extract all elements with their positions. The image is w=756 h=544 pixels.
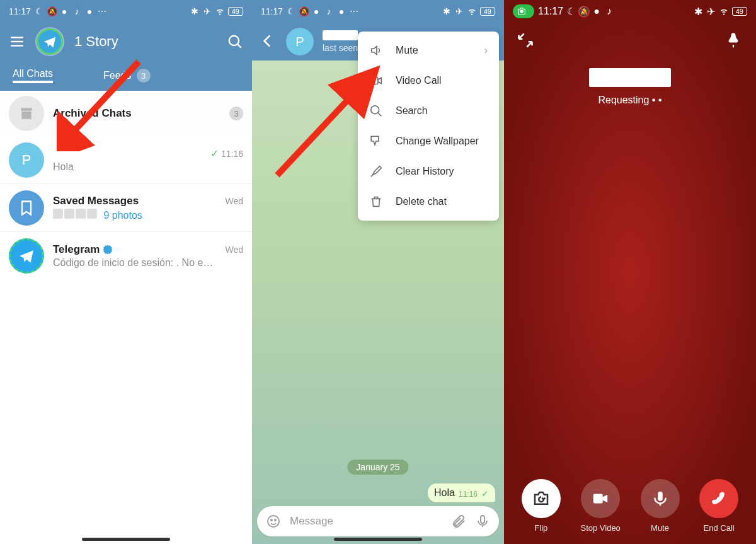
nav-icon: ✈ — [455, 7, 464, 16]
status-bar: 11:17 ☾ 🔕 ● ♪ ✱ ✈ 49 — [504, 0, 756, 23]
bluetooth-icon: ✱ — [442, 7, 451, 16]
menu-clear-history[interactable]: Clear History — [358, 156, 499, 187]
home-indicator[interactable] — [334, 538, 422, 541]
battery-icon: 49 — [732, 7, 747, 16]
menu-delete-chat[interactable]: Delete chat — [358, 187, 499, 217]
caller-name-redacted — [589, 68, 671, 87]
mute-bell-icon: 🔕 — [580, 7, 588, 16]
archived-count: 3 — [229, 107, 243, 120]
svg-point-3 — [229, 36, 239, 45]
reddit-icon: ● — [60, 7, 69, 16]
attach-button[interactable] — [451, 514, 466, 529]
chat-row-p[interactable]: P ✓ 11:16 Hola — [0, 136, 252, 184]
flip-camera-button[interactable]: Flip — [522, 479, 561, 533]
moon-icon: ☾ — [567, 7, 576, 16]
battery-icon: 49 — [480, 7, 495, 16]
photo-thumbs — [53, 209, 97, 219]
add-participant-button[interactable] — [724, 32, 743, 50]
avatar — [9, 190, 44, 226]
verified-icon — [103, 245, 113, 255]
archive-icon — [9, 96, 44, 131]
tiktok-icon: ♪ — [605, 7, 614, 16]
menu-search[interactable]: Search — [358, 96, 499, 126]
trash-icon — [369, 195, 383, 209]
bluetooth-icon: ✱ — [694, 7, 703, 16]
emoji-button[interactable] — [266, 514, 281, 529]
status-bar: 11:17 ☾ 🔕 ● ♪ ● ⋯ ✱ ✈ 49 — [252, 0, 504, 23]
message-input[interactable]: Message — [290, 515, 442, 528]
tab-feeds[interactable]: Feeds 3 — [103, 69, 150, 83]
cloud-icon: ● — [85, 7, 94, 16]
svg-point-14 — [275, 519, 276, 521]
chat-screen: 11:17 ☾ 🔕 ● ♪ ● ⋯ ✱ ✈ 49 P — [252, 0, 504, 544]
chat-list-screen: 11:17 ☾ 🔕 ● ♪ ● ⋯ ✱ ✈ 49 — [0, 0, 252, 544]
svg-line-9 — [378, 113, 382, 117]
menu-change-wallpaper[interactable]: Change Wallpaper — [358, 126, 499, 156]
chat-row-telegram[interactable]: Telegram Wed Código de inicio de sesión:… — [0, 232, 252, 280]
menu-mute[interactable]: Mute › — [358, 35, 499, 66]
date-chip: January 25 — [347, 460, 408, 475]
search-button[interactable] — [227, 33, 243, 50]
archived-title: Archived Chats — [53, 107, 229, 120]
chat-list: Archived Chats 3 P ✓ 11:16 Hola — [0, 91, 252, 280]
home-indicator[interactable] — [82, 538, 170, 541]
chat-name-redacted — [323, 30, 358, 40]
cloud-icon: ● — [337, 7, 346, 16]
end-call-button[interactable]: End Call — [699, 479, 738, 533]
svg-rect-17 — [593, 494, 603, 504]
moon-icon: ☾ — [287, 7, 295, 16]
chat-name: Telegram — [53, 243, 113, 256]
header: 11:17 ☾ 🔕 ● ♪ ● ⋯ ✱ ✈ 49 — [0, 0, 252, 91]
tiktok-icon: ♪ — [72, 7, 81, 16]
check-icon: ✓ — [210, 148, 219, 159]
check-icon: ✓ — [481, 489, 489, 499]
tabs: All Chats Feeds 3 — [0, 61, 252, 91]
status-bar: 11:17 ☾ 🔕 ● ♪ ● ⋯ ✱ ✈ 49 — [0, 0, 252, 23]
battery-icon: 49 — [228, 7, 243, 16]
reddit-icon: ● — [312, 7, 321, 16]
menu-button[interactable] — [9, 33, 25, 50]
tiktok-icon: ♪ — [324, 7, 333, 16]
svg-point-16 — [520, 9, 523, 13]
svg-point-8 — [371, 106, 379, 114]
chat-row-saved[interactable]: Saved Messages Wed 9 photos — [0, 184, 252, 232]
wifi-icon — [215, 7, 224, 16]
speaker-icon — [369, 43, 383, 57]
menu-video-call[interactable]: Video Call — [358, 66, 499, 96]
camera-active-pill[interactable] — [513, 4, 534, 18]
chat-time: Wed — [225, 196, 243, 206]
message-text: Hola — [434, 487, 455, 499]
mic-button[interactable] — [475, 514, 490, 529]
back-button[interactable] — [260, 33, 277, 50]
svg-rect-7 — [371, 78, 378, 84]
broom-icon — [369, 165, 383, 178]
mute-button[interactable]: Mute — [641, 479, 680, 533]
nav-icon: ✈ — [203, 7, 212, 16]
status-time: 11:17 — [9, 6, 31, 16]
story-avatar[interactable] — [37, 28, 63, 55]
mute-bell-icon: 🔕 — [47, 7, 56, 16]
avatar: P — [9, 142, 44, 178]
reddit-icon: ● — [592, 7, 601, 16]
bluetooth-icon: ✱ — [190, 7, 199, 16]
avatar — [9, 238, 44, 274]
call-controls: Flip Stop Video Mute End Call — [504, 479, 756, 533]
outgoing-message[interactable]: Hola 11:16 ✓ — [428, 483, 495, 502]
status-left: 11:17 ☾ 🔕 ● ♪ ● ⋯ — [9, 6, 106, 16]
svg-point-12 — [268, 516, 279, 527]
tab-all-chats[interactable]: All Chats — [13, 68, 53, 83]
svg-point-13 — [271, 519, 272, 521]
chat-name: Saved Messages — [53, 195, 139, 207]
header-title: 1 Story — [74, 33, 215, 50]
minimize-button[interactable] — [517, 32, 536, 50]
chat-name — [53, 148, 56, 160]
chat-preview: Código de inicio de sesión: . No e… — [53, 257, 243, 269]
status-time: 11:17 — [538, 6, 563, 17]
pin-icon — [369, 134, 383, 148]
chat-avatar[interactable]: P — [286, 28, 314, 55]
mute-bell-icon: 🔕 — [299, 7, 308, 16]
archived-chats-row[interactable]: Archived Chats 3 — [0, 91, 252, 136]
video-icon — [369, 74, 383, 88]
search-icon — [369, 104, 383, 118]
stop-video-button[interactable]: Stop Video — [580, 479, 620, 533]
